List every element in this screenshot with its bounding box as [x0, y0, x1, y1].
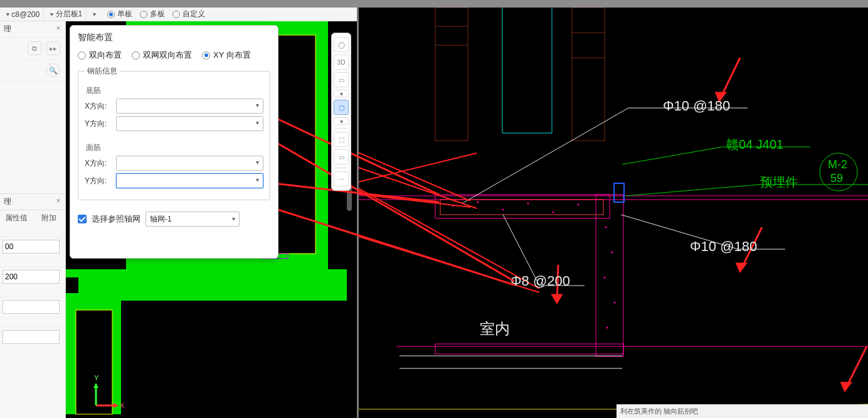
combo-top-x[interactable]: ▾	[116, 156, 263, 171]
property-input-row-4	[0, 328, 65, 346]
svg-point-33	[606, 327, 608, 329]
property-input-4[interactable]	[3, 330, 60, 344]
svg-rect-3	[66, 269, 347, 301]
svg-rect-36	[572, 8, 605, 141]
axis-y-label: Y	[94, 374, 99, 382]
svg-rect-21	[435, 344, 623, 354]
close-icon[interactable]: ×	[54, 24, 63, 33]
svg-line-47	[622, 147, 722, 164]
svg-point-27	[553, 212, 554, 213]
bottom-rebar-label: 底筋	[86, 85, 263, 96]
radio-xy[interactable]: XY 向布置	[202, 50, 251, 61]
chevron-down-icon: ▾	[256, 102, 259, 109]
svg-rect-20	[596, 195, 623, 356]
panel-section-2-header: 理 ×	[0, 193, 65, 210]
property-input-2[interactable]	[3, 270, 60, 284]
cube-tiny2-icon[interactable]: ▾	[334, 117, 349, 125]
panel-search-row: 🔍	[0, 60, 65, 82]
section-drawing: Φ10 @180 Φ8 @200 Φ10 @180 室内 赣04 J401 预埋…	[359, 8, 868, 418]
layer-value: 分层板1	[56, 9, 83, 19]
rebar-info-fieldset: 钢筋信息 底筋 X方向: ▾ Y方向: ▾ 面筋 X方向: ▾ Y方向: ▾	[78, 66, 270, 200]
property-tabs: 属性值 附加	[0, 210, 65, 226]
reference-grid-row: 选择参照轴网 轴网-1 ▾	[78, 212, 270, 227]
more-icon[interactable]: ▸▸	[46, 41, 60, 55]
svg-point-25	[502, 209, 504, 211]
anno-rebar-2: Φ8 @200	[511, 273, 570, 289]
svg-line-52	[462, 108, 628, 203]
combo-bottom-x[interactable]: ▾	[116, 99, 263, 114]
svg-point-30	[611, 252, 613, 254]
cube-top-icon[interactable]: ▭	[334, 72, 349, 87]
svg-point-24	[477, 201, 479, 203]
layer-dropdown[interactable]: ▾ 分层板1	[44, 8, 87, 21]
copy-icon[interactable]: ⧉	[28, 41, 41, 55]
svg-line-76	[359, 153, 477, 208]
anno-rebar-1: Φ10 @180	[663, 98, 730, 114]
separator	[335, 168, 347, 168]
tab-property-value[interactable]: 属性值	[0, 210, 33, 226]
property-input-row-3	[0, 297, 65, 316]
rebar-spec-dropdown[interactable]: ▾ c8@200	[0, 8, 44, 21]
property-input-row-2	[0, 267, 65, 286]
rect-select-icon[interactable]: ▭	[334, 149, 349, 164]
property-input-row-1	[0, 237, 65, 256]
label-top-y: Y方向:	[85, 176, 116, 186]
view-3d-button[interactable]: 3D	[334, 55, 349, 70]
anno-rebar-3: Φ10 @180	[690, 238, 757, 254]
svg-rect-4	[66, 277, 78, 293]
dashed-rect-icon[interactable]: ⬚	[334, 132, 349, 147]
chevron-down-icon: ▾	[256, 159, 259, 166]
svg-line-70	[359, 136, 539, 289]
label-top-x: X方向:	[85, 158, 116, 169]
radio-multi-board[interactable]: 多板	[140, 9, 165, 19]
combo-top-y[interactable]: ▾	[116, 173, 263, 188]
globe-icon[interactable]: ◯	[334, 37, 349, 52]
svg-rect-6	[76, 310, 112, 414]
cube-tiny-icon[interactable]: ▾	[334, 90, 349, 97]
rebar-spec-value: c8@200	[11, 10, 40, 19]
spacer: ▾	[87, 8, 100, 21]
property-input-3[interactable]	[3, 300, 60, 314]
anno-code: 赣04 J401	[726, 137, 783, 151]
svg-point-28	[578, 204, 580, 206]
anno-mark-bot: 59	[830, 172, 843, 185]
fieldset-legend: 钢筋信息	[85, 66, 120, 77]
combo-bottom-y[interactable]: ▾	[116, 116, 263, 131]
radio-custom-board[interactable]: 自定义	[172, 9, 205, 19]
search-icon[interactable]: 🔍	[46, 63, 60, 77]
dialog-title: 智能布置	[78, 32, 270, 43]
tab-additional[interactable]: 附加	[33, 210, 65, 226]
view-tool-palette: ◯ 3D ▭ ▾ ▢ ▾ ⬚ ▭ ⋯	[331, 33, 351, 191]
svg-point-32	[614, 302, 616, 304]
top-rebar-label: 面筋	[86, 142, 263, 153]
label-bottom-y: Y方向:	[85, 119, 116, 129]
chevron-down-icon: ▾	[232, 215, 235, 222]
more-tools-icon[interactable]: ⋯	[334, 171, 349, 186]
radio-double-mesh[interactable]: 双网双向布置	[132, 50, 192, 61]
status-bar: 利在筑美作的 轴向筋别吧	[617, 404, 868, 418]
separator	[335, 128, 347, 129]
left-dock-panel: 理 × ⧉ ▸▸ 🔍 理 × 属性值 附加	[0, 21, 66, 418]
layout-mode-radios: 双向布置 双网双向布置 XY 向布置	[78, 50, 270, 61]
checkbox-ref-grid[interactable]	[78, 215, 87, 223]
panel-spacer	[0, 82, 65, 193]
label-bottom-x: X方向:	[85, 101, 116, 112]
radio-bidirectional[interactable]: 双向布置	[78, 50, 122, 61]
cube-front-icon[interactable]: ▢	[334, 100, 349, 115]
svg-marker-65	[553, 295, 561, 303]
svg-marker-63	[737, 264, 746, 271]
panel-section-1-header: 理 ×	[0, 21, 65, 37]
anno-mark-top: M-2	[828, 158, 847, 171]
svg-marker-67	[842, 383, 850, 390]
svg-rect-7	[121, 301, 347, 418]
axis-x-label: X	[120, 402, 125, 409]
detail-viewport[interactable]: Φ10 @180 Φ8 @200 Φ10 @180 室内 赣04 J401 预埋…	[359, 8, 868, 418]
anno-embed: 预埋件	[760, 175, 798, 189]
close-icon[interactable]: ×	[54, 196, 63, 205]
radio-single-board[interactable]: 单板	[107, 9, 132, 19]
status-text: 利在筑美作的 轴向筋别吧	[620, 407, 698, 416]
chevron-down-icon: ▾	[256, 176, 259, 183]
combo-ref-grid[interactable]: 轴网-1 ▾	[146, 212, 240, 227]
property-input-1[interactable]	[3, 240, 60, 254]
svg-line-77	[359, 153, 477, 192]
